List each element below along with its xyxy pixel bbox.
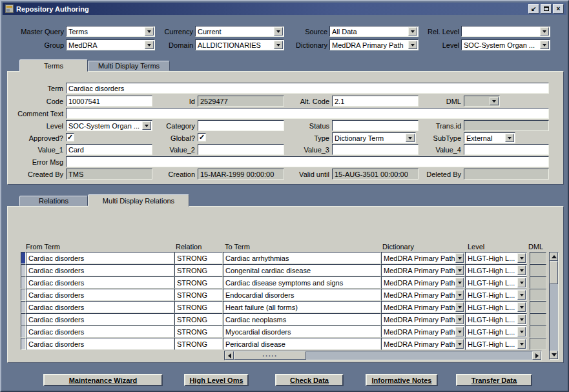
row-level-combo[interactable]: HLGT-High L...: [465, 301, 527, 313]
to-term-cell[interactable]: Pericardial disease: [223, 338, 381, 350]
table-row[interactable]: Cardiac disorders STRONG Heart failure (…: [21, 301, 549, 313]
from-term-cell[interactable]: Cardiac disorders: [26, 276, 174, 289]
record-indicator[interactable]: [21, 252, 26, 264]
chevron-down-icon[interactable]: [455, 327, 464, 336]
value-1-field[interactable]: Card: [66, 144, 152, 155]
tab-relations[interactable]: Relations: [19, 196, 88, 206]
from-term-cell[interactable]: Cardiac disorders: [26, 264, 174, 276]
status-field[interactable]: [332, 120, 419, 131]
scroll-up-icon[interactable]: [550, 253, 558, 261]
table-row[interactable]: Cardiac disorders STRONG Myocardial diso…: [21, 325, 549, 338]
horizontal-scrollbar-track[interactable]: [306, 351, 532, 360]
code-field[interactable]: 10007541: [66, 96, 152, 107]
row-dictionary-combo[interactable]: MedDRA Primary Path: [381, 325, 465, 338]
tab-terms[interactable]: Terms: [19, 59, 88, 72]
row-dictionary-combo[interactable]: MedDRA Primary Path: [381, 289, 465, 301]
to-term-cell[interactable]: Endocardial disorders: [223, 289, 381, 301]
chevron-down-icon[interactable]: [517, 339, 526, 349]
relation-cell[interactable]: STRONG: [174, 276, 223, 289]
from-term-cell[interactable]: Cardiac disorders: [26, 301, 174, 313]
value-4-field[interactable]: [464, 144, 549, 155]
value-2-field[interactable]: [198, 144, 284, 155]
row-level-combo[interactable]: HLGT-High L...: [465, 276, 527, 289]
chevron-down-icon[interactable]: [517, 265, 526, 275]
informative-notes-button[interactable]: Informative Notes: [366, 374, 438, 386]
vertical-scrollbar-thumb[interactable]: [550, 261, 558, 284]
chevron-down-icon[interactable]: [455, 315, 464, 324]
relation-cell[interactable]: STRONG: [174, 264, 223, 276]
relation-cell[interactable]: STRONG: [174, 289, 223, 301]
source-combo[interactable]: All Data: [329, 26, 419, 37]
category-field[interactable]: [198, 120, 284, 131]
master-query-combo[interactable]: Terms: [66, 26, 155, 37]
from-term-cell[interactable]: Cardiac disorders: [26, 289, 174, 301]
subtype-combo[interactable]: External: [464, 132, 515, 143]
group-combo[interactable]: MedDRA: [66, 39, 155, 50]
row-level-combo[interactable]: HLGT-High L...: [465, 325, 527, 338]
term-field[interactable]: Cardiac disorders: [66, 83, 549, 94]
record-indicator[interactable]: [21, 289, 26, 301]
relation-cell[interactable]: STRONG: [174, 325, 223, 338]
row-level-combo[interactable]: HLGT-High L...: [465, 289, 527, 301]
high-level-oms-button[interactable]: High Level Oms: [184, 374, 249, 386]
row-dictionary-combo[interactable]: MedDRA Primary Path: [381, 276, 465, 289]
to-term-cell[interactable]: Congenital cardiac disease: [223, 264, 381, 276]
transfer-data-button[interactable]: Transfer Data: [456, 374, 532, 386]
row-level-combo[interactable]: HLGT-High L...: [465, 264, 527, 276]
row-dictionary-combo[interactable]: MedDRA Primary Path: [381, 301, 465, 313]
level-combo[interactable]: SOC-System Organ ...: [461, 39, 550, 50]
check-data-button[interactable]: Check Data: [275, 374, 344, 386]
term-level-combo[interactable]: SOC-System Organ ...: [66, 120, 152, 131]
chevron-down-icon[interactable]: [455, 253, 464, 263]
table-row[interactable]: Cardiac disorders STRONG Cardiac neoplas…: [21, 313, 549, 325]
horizontal-scrollbar[interactable]: [224, 351, 542, 360]
chevron-down-icon[interactable]: [540, 27, 549, 36]
row-dictionary-combo[interactable]: MedDRA Primary Path: [381, 313, 465, 325]
currency-combo[interactable]: Current: [195, 26, 284, 37]
global-checkbox[interactable]: ✓: [198, 133, 206, 141]
chevron-down-icon[interactable]: [455, 278, 464, 287]
chevron-down-icon[interactable]: [455, 302, 464, 312]
tab-multi-display-terms[interactable]: Multi Display Terms: [88, 61, 170, 71]
to-term-cell[interactable]: Cardiac neoplasms: [223, 313, 381, 325]
chevron-down-icon[interactable]: [455, 339, 464, 349]
chevron-down-icon[interactable]: [517, 278, 526, 287]
chevron-down-icon[interactable]: [540, 41, 549, 49]
window-maximize-icon[interactable]: [541, 4, 552, 14]
dictionary-combo[interactable]: MedDRA Primary Path: [329, 39, 419, 50]
chevron-down-icon[interactable]: [455, 290, 464, 300]
tab-multi-display-relations[interactable]: Multi Display Relations: [88, 194, 189, 207]
rel-level-combo[interactable]: [461, 26, 550, 37]
from-term-cell[interactable]: Cardiac disorders: [26, 313, 174, 325]
horizontal-scrollbar-thumb[interactable]: [234, 351, 306, 360]
to-term-cell[interactable]: Heart failure (all forms): [223, 301, 381, 313]
record-indicator[interactable]: [21, 301, 26, 313]
window-close-icon[interactable]: ×: [553, 4, 564, 14]
row-level-combo[interactable]: HLGT-High L...: [465, 338, 527, 350]
table-row[interactable]: Cardiac disorders STRONG Endocardial dis…: [21, 289, 549, 301]
scroll-right-icon[interactable]: [532, 351, 541, 360]
table-row[interactable]: Cardiac disorders STRONG Cardiac disease…: [21, 276, 549, 289]
record-indicator[interactable]: [21, 313, 26, 325]
window-restore-icon[interactable]: ↙: [528, 4, 539, 14]
from-term-cell[interactable]: Cardiac disorders: [26, 338, 174, 350]
table-row[interactable]: Cardiac disorders STRONG Cardiac arrhyth…: [21, 252, 549, 264]
chevron-down-icon[interactable]: [517, 290, 526, 300]
relation-cell[interactable]: STRONG: [174, 301, 223, 313]
from-term-cell[interactable]: Cardiac disorders: [26, 252, 174, 264]
title-bar[interactable]: Repository Authoring ↙ ×: [3, 3, 566, 15]
record-indicator[interactable]: [21, 276, 26, 289]
relation-cell[interactable]: STRONG: [174, 338, 223, 350]
maintenance-wizard-button[interactable]: Maintenance Wizard: [43, 374, 163, 386]
row-level-combo[interactable]: HLGT-High L...: [465, 252, 527, 264]
chevron-down-icon[interactable]: [274, 41, 283, 49]
record-indicator[interactable]: [21, 264, 26, 276]
chevron-down-icon[interactable]: [517, 327, 526, 336]
table-row[interactable]: Cardiac disorders STRONG Congenital card…: [21, 264, 549, 276]
row-dictionary-combo[interactable]: MedDRA Primary Path: [381, 338, 465, 350]
approved-checkbox[interactable]: ✓: [66, 133, 74, 141]
row-level-combo[interactable]: HLGT-High L...: [465, 313, 527, 325]
relation-cell[interactable]: STRONG: [174, 252, 223, 264]
record-indicator[interactable]: [21, 325, 26, 338]
domain-combo[interactable]: ALLDICTIONARIES: [195, 39, 284, 50]
